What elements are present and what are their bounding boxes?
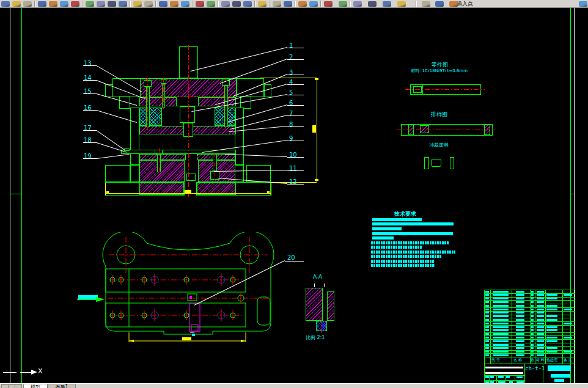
tech-note-line [371, 255, 441, 258]
toolbar-icon[interactable] [298, 1, 307, 7]
outline-box [180, 106, 195, 123]
toolbar-icon[interactable] [181, 1, 189, 7]
toolbar-icon[interactable] [273, 1, 281, 7]
callout-underline [83, 80, 97, 81]
sheet-border-line [10, 7, 10, 383]
bom-header-cell: 代 号 [491, 357, 500, 363]
toolbar-icon[interactable] [435, 1, 444, 7]
bom-cell-text [493, 301, 509, 303]
toolbar-icon[interactable] [60, 1, 68, 7]
toolbar-icon[interactable] [1, 1, 10, 7]
toolbar-icon[interactable] [71, 1, 79, 7]
toolbar-icon[interactable] [579, 1, 587, 7]
toolbar-icon[interactable] [49, 1, 57, 7]
bom-cell-text [493, 333, 509, 335]
callout-underline [287, 126, 304, 127]
bom-cell-text [546, 319, 557, 321]
toolbar-icon[interactable] [339, 1, 347, 7]
toolbar-icon[interactable] [232, 1, 241, 7]
bom-cell-text [537, 309, 544, 310]
bom-cell-text [516, 298, 524, 299]
bom-cell-text [564, 294, 572, 296]
top-toolbar: 插入点 [0, 0, 588, 8]
leader-line [97, 142, 127, 153]
title-block-line [484, 380, 524, 381]
bom-cell-text [493, 340, 509, 342]
toolbar-icon[interactable] [353, 1, 362, 7]
bom-cell-text [531, 340, 534, 342]
toolbar-icon[interactable] [368, 1, 377, 7]
toolbar-icon[interactable] [86, 1, 94, 7]
callout-underline [287, 105, 304, 106]
toolbar-icon[interactable] [383, 1, 391, 7]
toolbar-icon[interactable] [108, 1, 116, 7]
toolbar-command-label[interactable]: 插入点 [457, 0, 473, 8]
tech-note-line [371, 251, 455, 254]
outline-box [264, 84, 271, 97]
tab-layout1[interactable]: 布局1 [48, 384, 76, 388]
toolbar-icon[interactable] [196, 1, 204, 7]
tech-note-line [372, 218, 422, 221]
tab-nav-next-icon[interactable] [15, 384, 22, 388]
strip-view-title: 排样图 [431, 111, 447, 119]
tab-model[interactable]: 模型 [23, 384, 48, 388]
toolbar-icon[interactable] [119, 1, 127, 7]
bom-cell-text [537, 347, 544, 349]
toolbar-icon[interactable] [258, 1, 266, 7]
bom-cell-text [485, 354, 489, 356]
bom-cell-text [537, 294, 544, 296]
bom-cell-text [531, 312, 534, 313]
toolbar-icon[interactable] [422, 1, 430, 7]
ucs-x-label: X [38, 367, 43, 375]
dimension-line [105, 183, 106, 196]
toolbar-icon[interactable] [243, 1, 252, 7]
toolbar-icon[interactable] [133, 1, 142, 7]
bom-cell-text [537, 340, 544, 342]
bom-cell-text [516, 351, 524, 353]
section-aa-scale: 比例 2:1 [306, 334, 325, 341]
title-block-line [489, 375, 490, 383]
tech-note-line [371, 264, 435, 267]
bom-cell-text [485, 291, 489, 293]
toolbar-icon[interactable] [144, 1, 153, 7]
bom-cell-text [531, 291, 534, 293]
hatched-region [139, 108, 162, 126]
toolbar-icon[interactable] [12, 1, 21, 7]
callout-underline [287, 141, 304, 141]
toolbar-icon[interactable] [449, 1, 458, 7]
outline-box [105, 165, 130, 182]
section-aa-title: A-A [313, 274, 322, 280]
toolbar-icon[interactable] [324, 1, 333, 7]
toolbar-icon[interactable] [159, 1, 167, 7]
leader-line [202, 140, 287, 153]
bom-cell-text [485, 337, 489, 339]
bom-cell-text [537, 323, 544, 324]
centerline [397, 130, 496, 130]
toolbar-icon[interactable] [309, 1, 318, 7]
bom-cell-text [531, 337, 534, 339]
toolbar-icon[interactable] [207, 1, 215, 7]
centerline [140, 97, 237, 97]
bom-cell-text [493, 344, 509, 346]
toolbar-icon[interactable] [284, 1, 292, 7]
toolbar-icon[interactable] [38, 1, 46, 7]
tech-note-line [372, 222, 454, 225]
bom-cell-text [516, 347, 524, 349]
bom-cell-text [546, 315, 557, 317]
bom-cell-text [537, 315, 544, 317]
drawing-canvas[interactable]: 零件图 材料: 1Cr18Ni9Ti t=0.6mm 排样图 冲裁废料 技术要求… [0, 7, 588, 383]
bom-cell-text [516, 312, 524, 313]
bom-cell-text [516, 333, 524, 335]
toolbar-separator [320, 1, 321, 7]
toolbar-icon[interactable] [23, 1, 32, 7]
toolbar-icon[interactable] [97, 1, 105, 7]
bom-cell-text [516, 294, 524, 296]
toolbar-icon[interactable] [221, 1, 230, 7]
toolbar-separator [254, 1, 255, 7]
bom-cell-text [485, 326, 489, 328]
title-block-line [543, 364, 543, 383]
toolbar-icon[interactable] [170, 1, 178, 7]
dimension-line [317, 78, 317, 182]
toolbar-icon[interactable] [397, 1, 406, 7]
outline-box [431, 159, 441, 167]
